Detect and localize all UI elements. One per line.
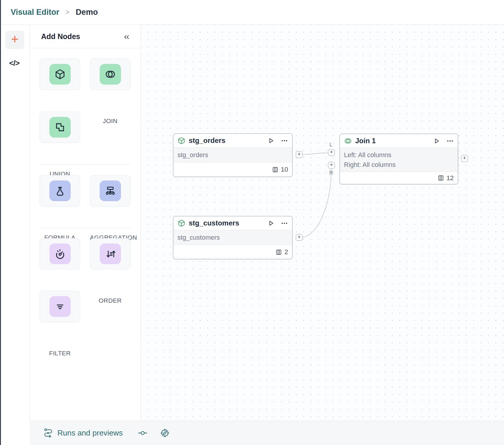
handle-join-output[interactable]: + — [461, 155, 468, 162]
node-stg-orders[interactable]: stg_orders stg_orders 10 — [173, 133, 293, 177]
palette-divider — [40, 228, 130, 228]
panel-header: Add Nodes ‹‹ — [30, 25, 140, 48]
status-bar: Runs and previews — [30, 421, 504, 445]
left-rail: + </> — [1, 25, 30, 445]
runs-and-previews-label: Runs and previews — [57, 428, 123, 438]
columns-icon — [272, 167, 278, 173]
add-nodes-panel: Add Nodes ‹‹ MODEL JOIN UNION FORMULA AG… — [30, 25, 141, 421]
node-footer: 10 — [173, 162, 292, 177]
gauge-icon — [49, 244, 71, 264]
flask-icon — [49, 180, 71, 201]
run-node-icon[interactable] — [267, 220, 275, 227]
node-header: stg_orders — [173, 134, 292, 147]
columns-count: 10 — [281, 166, 288, 173]
node-footer: 2 — [173, 245, 292, 259]
union-shapes-icon — [49, 117, 71, 138]
cube-icon — [177, 219, 185, 227]
compass-icon[interactable] — [160, 428, 169, 438]
join-circles-icon — [100, 64, 121, 85]
palette-tile-limit[interactable] — [40, 238, 80, 270]
node-subtitle: stg_customers — [173, 230, 292, 245]
columns-count: 2 — [285, 248, 288, 256]
node-menu-icon[interactable] — [446, 137, 454, 145]
palette-label-order: ORDER — [90, 297, 130, 304]
node-menu-icon[interactable] — [281, 220, 288, 227]
handle-join-right-input[interactable]: + — [328, 162, 335, 169]
run-node-icon[interactable] — [433, 137, 440, 145]
app-left-edge — [0, 0, 1, 445]
panel-title: Add Nodes — [41, 32, 80, 41]
columns-icon — [276, 249, 282, 255]
run-node-icon[interactable] — [267, 137, 275, 144]
palette-tile-formula[interactable] — [40, 175, 80, 207]
hierarchy-icon — [100, 180, 121, 201]
columns-icon — [438, 175, 444, 181]
runs-and-previews-button[interactable]: Runs and previews — [43, 428, 123, 438]
add-node-button[interactable]: + — [5, 31, 24, 49]
node-footer: 12 — [340, 172, 458, 184]
node-title: stg_orders — [189, 136, 267, 145]
palette-tile-aggregation[interactable] — [90, 175, 130, 207]
columns-count: 12 — [447, 174, 454, 182]
collapse-panel-icon[interactable]: ‹‹ — [124, 32, 129, 41]
code-view-icon[interactable]: </> — [9, 59, 20, 68]
node-join-config: Left: All columns Right: All columns — [340, 148, 458, 172]
breadcrumb-separator: > — [66, 8, 70, 16]
commit-icon[interactable] — [138, 431, 147, 435]
cube-icon — [49, 64, 71, 85]
node-menu-icon[interactable] — [281, 137, 288, 144]
join-left-port-label: L — [329, 142, 332, 148]
handle-orders-output[interactable]: + — [296, 151, 303, 158]
node-title: stg_customers — [189, 219, 267, 227]
node-header: stg_customers — [173, 216, 292, 230]
palette-tile-order[interactable] — [90, 238, 130, 270]
breadcrumb-section[interactable]: Visual Editor — [11, 8, 59, 17]
join-right-line: Right: All columns — [344, 160, 454, 170]
cube-icon — [177, 137, 185, 145]
join-left-line: Left: All columns — [344, 150, 454, 160]
node-subtitle: stg_orders — [173, 147, 292, 162]
palette-tile-union[interactable] — [40, 112, 80, 143]
palette-divider — [40, 164, 130, 165]
join-circles-icon — [344, 137, 352, 145]
handle-join-left-input[interactable]: + — [328, 149, 335, 156]
palette-tile-join[interactable] — [90, 59, 130, 90]
breadcrumb-page-title: Demo — [76, 8, 98, 17]
top-bar: Visual Editor > Demo — [1, 0, 504, 25]
palette-tile-filter[interactable] — [40, 291, 80, 322]
palette-label-filter: FILTER — [40, 350, 80, 357]
node-join-1[interactable]: Join 1 Left: All columns Right: All colu… — [340, 134, 458, 184]
join-right-port-label: R — [329, 170, 333, 176]
node-header: Join 1 — [340, 134, 458, 148]
runs-flow-icon — [43, 428, 53, 438]
handle-customers-output[interactable]: + — [296, 234, 303, 241]
filter-lines-icon — [49, 296, 71, 317]
palette-label-join: JOIN — [90, 117, 130, 125]
palette-tile-model[interactable] — [40, 59, 80, 90]
sort-icon — [100, 244, 121, 264]
node-title: Join 1 — [355, 137, 433, 145]
node-stg-customers[interactable]: stg_customers stg_customers 2 — [173, 216, 293, 259]
